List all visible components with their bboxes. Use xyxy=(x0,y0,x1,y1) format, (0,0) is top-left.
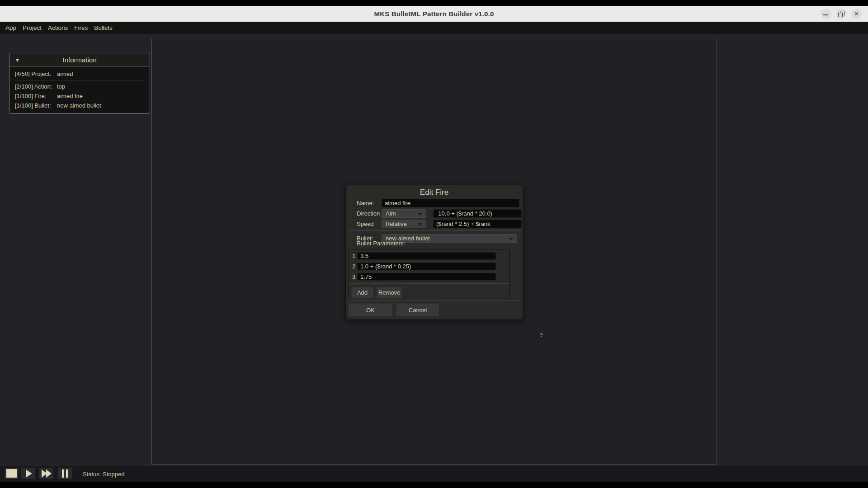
add-param-button[interactable]: Add xyxy=(351,287,373,298)
direction-row: Direction Aim xyxy=(357,208,519,219)
stop-icon xyxy=(6,469,17,478)
bullet-params-label: Bullet Parameters: xyxy=(357,240,405,247)
information-panel: ▼ Information [4/50] Project: aimed [2/1… xyxy=(9,53,150,114)
restore-icon xyxy=(839,12,843,16)
dialog-form: Name: Direction Aim Speed Relative xyxy=(357,198,519,244)
menu-project[interactable]: Project xyxy=(23,24,42,31)
chevron-down-icon xyxy=(509,238,513,240)
chevron-down-icon xyxy=(418,223,422,226)
menu-bullets[interactable]: Bullets xyxy=(94,24,113,31)
name-input[interactable] xyxy=(382,199,519,207)
dialog-separator xyxy=(349,230,519,231)
collapse-icon[interactable]: ▼ xyxy=(15,57,20,63)
pause-button[interactable] xyxy=(58,468,72,479)
params-buttons: Add Remove xyxy=(351,287,509,298)
info-value: new aimed bullet xyxy=(57,102,101,109)
player-marker xyxy=(541,334,542,335)
direction-expression-input[interactable] xyxy=(433,209,522,218)
direction-mode-value: Aim xyxy=(386,210,396,217)
speed-mode-select[interactable]: Relative xyxy=(382,220,426,228)
close-button[interactable]: ✕ xyxy=(851,9,862,19)
params-divider xyxy=(349,283,509,284)
param-row: 2 xyxy=(351,262,507,270)
restore-button[interactable] xyxy=(836,9,846,19)
speed-mode-value: Relative xyxy=(386,221,407,227)
info-row-action: [2/100] Action: top xyxy=(15,82,144,91)
ok-button[interactable]: OK xyxy=(349,303,392,317)
info-value: aimed fire xyxy=(57,93,83,99)
name-row: Name: xyxy=(357,198,519,208)
speed-expression-input[interactable] xyxy=(433,220,522,228)
window-controls: ✕ xyxy=(821,6,862,22)
menu-actions[interactable]: Actions xyxy=(48,24,68,31)
information-panel-title: Information xyxy=(62,56,96,64)
info-value: aimed xyxy=(57,70,73,77)
information-panel-header[interactable]: ▼ Information xyxy=(9,53,150,67)
dialog-title: Edit Fire xyxy=(346,185,523,197)
menu-app[interactable]: App xyxy=(5,24,16,31)
form-spacer xyxy=(357,229,519,233)
playback-toolbar: Status: Stopped xyxy=(0,466,868,482)
status-text: Status: Stopped xyxy=(83,466,125,482)
param-index: 2 xyxy=(351,263,357,270)
main-area: ▼ Information [4/50] Project: aimed [2/1… xyxy=(0,34,868,466)
play-button[interactable] xyxy=(21,468,35,479)
dialog-separator xyxy=(349,300,519,300)
minimize-button[interactable] xyxy=(821,9,831,19)
remove-param-button[interactable]: Remove xyxy=(377,287,402,298)
toolbar-divider xyxy=(77,468,77,479)
info-label: [1/100] Fire: xyxy=(15,93,57,99)
info-row-bullet: [1/100] Bullet: new aimed bullet xyxy=(15,101,144,110)
info-label: [4/50] Project: xyxy=(15,70,57,77)
dialog-actions: OK Cancel xyxy=(349,303,439,317)
param-row: 3 xyxy=(351,272,507,281)
edit-fire-dialog: Edit Fire Name: Direction Aim Speed Rela… xyxy=(345,185,523,320)
minimize-icon xyxy=(823,14,828,15)
fast-forward-button[interactable] xyxy=(39,468,53,479)
param-index: 1 xyxy=(351,253,357,259)
info-label: [2/100] Action: xyxy=(15,83,57,90)
param-input-3[interactable] xyxy=(357,273,496,281)
play-icon xyxy=(26,469,32,478)
info-label: [1/100] Bullet: xyxy=(15,102,57,109)
param-input-1[interactable] xyxy=(357,252,496,260)
stop-button[interactable] xyxy=(5,468,19,479)
direction-mode-select[interactable]: Aim xyxy=(382,209,426,218)
titlebar: MKS BulletML Pattern Builder v1.0.0 ✕ xyxy=(0,6,868,22)
bullet-params-box: 1 2 3 Add Remove xyxy=(349,249,510,297)
param-index: 3 xyxy=(351,273,357,280)
speed-label: Speed xyxy=(357,221,382,227)
window-title: MKS BulletML Pattern Builder v1.0.0 xyxy=(374,10,494,18)
pause-icon xyxy=(62,469,68,478)
menu-fires[interactable]: Fires xyxy=(74,24,88,31)
param-input-2[interactable] xyxy=(357,263,496,270)
chevron-down-icon xyxy=(418,213,422,216)
cancel-button[interactable]: Cancel xyxy=(396,303,439,317)
info-row-project: [4/50] Project: aimed xyxy=(15,69,144,80)
speed-row: Speed Relative xyxy=(357,219,519,229)
information-panel-body: [4/50] Project: aimed [2/100] Action: to… xyxy=(9,67,150,110)
info-row-fire: [1/100] Fire: aimed fire xyxy=(15,91,144,101)
close-icon: ✕ xyxy=(854,11,859,17)
param-row: 1 xyxy=(351,252,507,260)
name-label: Name: xyxy=(357,200,382,206)
menubar: App Project Actions Fires Bullets xyxy=(0,22,868,34)
direction-label: Direction xyxy=(357,210,382,217)
fast-forward-icon xyxy=(42,469,52,478)
info-value: top xyxy=(57,83,65,90)
